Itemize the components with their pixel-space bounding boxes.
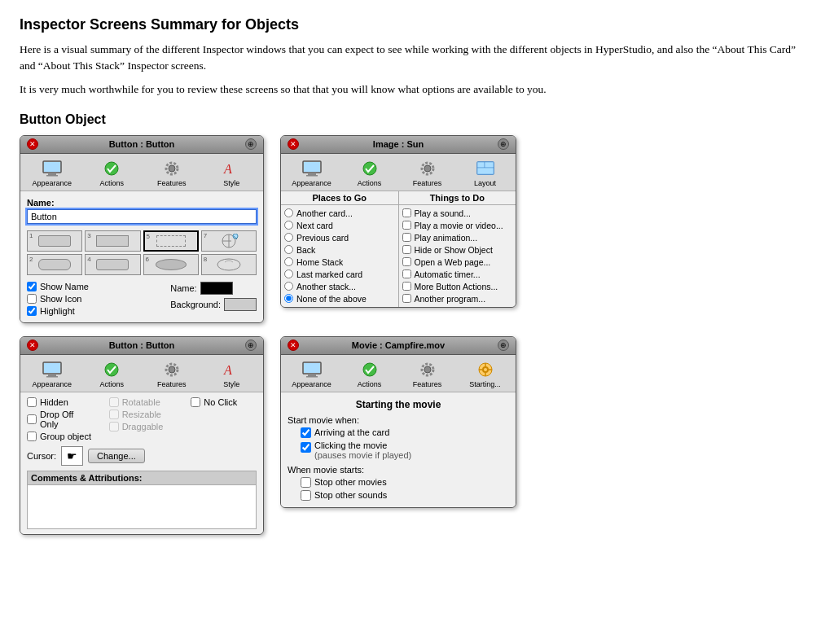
tab-label-features-4: Features: [413, 380, 442, 388]
cursor-icon[interactable]: ☛: [61, 446, 83, 466]
btn-style-4[interactable]: 4: [85, 254, 140, 275]
place-next-card[interactable]: Next card: [284, 221, 395, 230]
dropoff-check[interactable]: Drop Off Only: [27, 410, 93, 429]
start-clicking[interactable]: Clicking the movie(pauses movie if playe…: [301, 440, 509, 460]
tab-appearance-3[interactable]: Appearance: [22, 358, 82, 390]
thing-more-actions[interactable]: More Button Actions...: [402, 282, 513, 291]
thing-check-6[interactable]: [402, 282, 411, 291]
stop-movies-checkbox[interactable]: [301, 477, 311, 488]
btn-style-3[interactable]: 3: [85, 230, 140, 252]
thing-check-2[interactable]: [402, 233, 411, 242]
thing-movie[interactable]: Play a movie or video...: [402, 221, 513, 230]
highlight-check[interactable]: Highlight: [27, 306, 89, 316]
thing-check-3[interactable]: [402, 245, 411, 254]
tab-starting-4[interactable]: Starting...: [456, 358, 514, 390]
check-icon-4: [358, 360, 381, 379]
tab-features-1[interactable]: Features: [142, 157, 202, 189]
name-input-1[interactable]: [27, 209, 257, 224]
btn-style-8[interactable]: 8: [201, 254, 257, 275]
show-icon-checkbox[interactable]: [27, 294, 37, 304]
zoom-btn-4[interactable]: ⊕: [498, 340, 509, 351]
thing-check-1[interactable]: [402, 221, 411, 230]
group-check[interactable]: Group object: [27, 432, 93, 441]
thing-web-page[interactable]: Open a Web page...: [402, 257, 513, 267]
stop-movies[interactable]: Stop other movies: [301, 477, 509, 488]
place-another-stack[interactable]: Another stack...: [284, 282, 395, 291]
place-radio-2[interactable]: [284, 233, 293, 242]
thing-check-7[interactable]: [402, 294, 411, 303]
hidden-checkbox[interactable]: [27, 397, 37, 407]
group-checkbox[interactable]: [27, 432, 37, 441]
place-radio-4[interactable]: [284, 257, 293, 266]
highlight-checkbox[interactable]: [27, 306, 37, 316]
draggable-check[interactable]: Draggable: [109, 422, 175, 432]
check-icon-3: [100, 360, 123, 379]
btn-style-5[interactable]: 5: [143, 230, 199, 252]
start-clicking-checkbox[interactable]: [301, 442, 311, 453]
change-button[interactable]: Change...: [88, 449, 145, 463]
close-btn-2[interactable]: ✕: [288, 138, 299, 150]
btn-style-7[interactable]: 7: [201, 230, 257, 252]
bg-color-swatch[interactable]: [224, 298, 257, 311]
tab-actions-3[interactable]: Actions: [82, 358, 143, 390]
hidden-check[interactable]: Hidden: [27, 397, 93, 407]
thing-check-4[interactable]: [402, 257, 411, 266]
no-click-check[interactable]: No Click: [191, 397, 257, 407]
resizable-check[interactable]: Resizable: [109, 410, 175, 419]
thing-animation[interactable]: Play animation...: [402, 233, 513, 243]
zoom-btn-2[interactable]: ⊕: [498, 138, 509, 150]
stop-sounds[interactable]: Stop other sounds: [301, 490, 509, 501]
show-name-check[interactable]: Show Name: [27, 282, 89, 291]
show-icon-check[interactable]: Show Icon: [27, 294, 89, 304]
tab-actions-2[interactable]: Actions: [340, 157, 398, 189]
start-arriving-checkbox[interactable]: [301, 427, 311, 438]
stop-sounds-checkbox[interactable]: [301, 490, 311, 501]
place-last-marked[interactable]: Last marked card: [284, 269, 395, 279]
thing-timer[interactable]: Automatic timer...: [402, 269, 513, 279]
tab-appearance-2[interactable]: Appearance: [283, 157, 340, 189]
tab-features-4[interactable]: Features: [398, 358, 456, 390]
place-none[interactable]: None of the above: [284, 294, 395, 304]
close-btn-4[interactable]: ✕: [288, 340, 299, 351]
tab-style-1[interactable]: A Style: [202, 157, 262, 189]
tab-appearance-4[interactable]: Appearance: [283, 358, 340, 390]
close-btn-3[interactable]: ✕: [27, 340, 38, 351]
place-radio-7[interactable]: [284, 294, 293, 303]
thing-check-5[interactable]: [402, 269, 411, 278]
tab-actions-1[interactable]: Actions: [82, 157, 143, 189]
place-radio-5[interactable]: [284, 269, 293, 278]
close-btn-1[interactable]: ✕: [27, 138, 38, 150]
check-icon-1: [100, 159, 123, 178]
show-name-checkbox[interactable]: [27, 282, 37, 291]
thing-another-program[interactable]: Another program...: [402, 294, 513, 304]
tab-appearance-1[interactable]: Appearance: [22, 157, 82, 189]
tab-layout-2[interactable]: Layout: [456, 157, 514, 189]
place-home-stack[interactable]: Home Stack: [284, 257, 395, 267]
place-another-card[interactable]: Another card...: [284, 208, 395, 218]
place-radio-1[interactable]: [284, 221, 293, 230]
place-previous-card[interactable]: Previous card: [284, 233, 395, 243]
comments-area[interactable]: [27, 484, 257, 529]
tab-features-2[interactable]: Features: [398, 157, 456, 189]
thing-check-0[interactable]: [402, 208, 411, 217]
zoom-btn-1[interactable]: ⊕: [245, 138, 257, 150]
start-arriving[interactable]: Arriving at the card: [301, 427, 509, 438]
place-radio-0[interactable]: [284, 208, 293, 217]
tab-style-3[interactable]: A Style: [202, 358, 262, 390]
feat-col-2: Rotatable Resizable Draggable: [109, 397, 175, 441]
name-color-swatch[interactable]: [200, 282, 233, 295]
btn-style-1[interactable]: 1: [27, 230, 82, 252]
btn-style-2[interactable]: 2: [27, 254, 82, 275]
tab-actions-4[interactable]: Actions: [340, 358, 398, 390]
zoom-btn-3[interactable]: ⊕: [245, 340, 257, 351]
place-back[interactable]: Back: [284, 245, 395, 255]
thing-hide-show[interactable]: Hide or Show Object: [402, 245, 513, 255]
tab-features-3[interactable]: Features: [142, 358, 202, 390]
dropoff-checkbox[interactable]: [27, 414, 37, 424]
rotatable-check[interactable]: Rotatable: [109, 397, 175, 407]
no-click-checkbox[interactable]: [191, 397, 200, 407]
thing-sound[interactable]: Play a sound...: [402, 208, 513, 218]
place-radio-6[interactable]: [284, 282, 293, 291]
btn-style-6[interactable]: 6: [143, 254, 199, 275]
place-radio-3[interactable]: [284, 245, 293, 254]
